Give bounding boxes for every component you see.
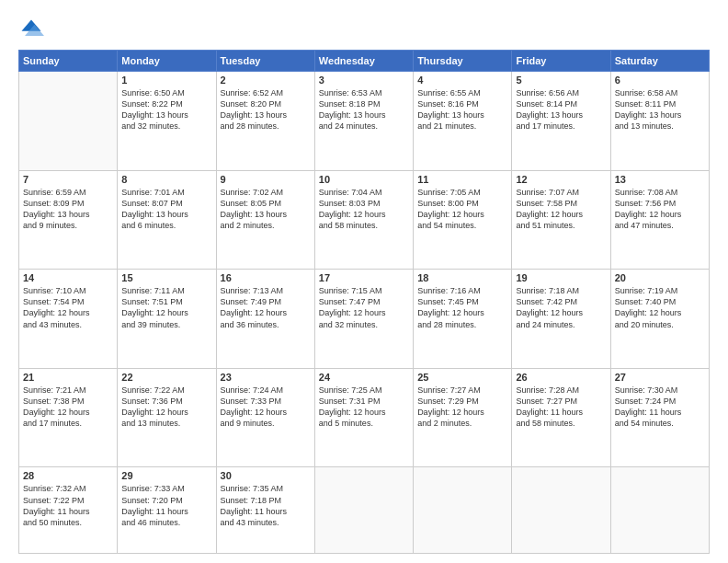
calendar-day-cell — [610, 467, 709, 554]
day-number: 16 — [221, 272, 311, 283]
calendar-day-cell: 11Sunrise: 7:05 AM Sunset: 8:00 PM Dayli… — [414, 170, 512, 270]
day-info: Sunrise: 6:53 AM Sunset: 8:18 PM Dayligh… — [319, 87, 409, 132]
day-number: 19 — [516, 272, 606, 283]
calendar-table: SundayMondayTuesdayWednesdayThursdayFrid… — [18, 50, 710, 554]
day-number: 2 — [221, 75, 311, 86]
calendar-week-row: 1Sunrise: 6:50 AM Sunset: 8:22 PM Daylig… — [19, 72, 710, 171]
day-info: Sunrise: 7:04 AM Sunset: 8:03 PM Dayligh… — [319, 187, 409, 232]
calendar-day-cell: 20Sunrise: 7:19 AM Sunset: 7:40 PM Dayli… — [610, 270, 709, 369]
day-info: Sunrise: 7:25 AM Sunset: 7:31 PM Dayligh… — [319, 385, 409, 430]
day-number: 12 — [516, 174, 606, 185]
weekday-header: Tuesday — [216, 51, 314, 72]
calendar-day-cell: 21Sunrise: 7:21 AM Sunset: 7:38 PM Dayli… — [19, 368, 118, 467]
day-info: Sunrise: 7:19 AM Sunset: 7:40 PM Dayligh… — [615, 285, 705, 330]
logo-icon — [18, 17, 44, 42]
day-number: 11 — [417, 174, 507, 185]
day-info: Sunrise: 7:27 AM Sunset: 7:29 PM Dayligh… — [417, 385, 507, 430]
day-number: 6 — [615, 75, 705, 86]
day-number: 8 — [121, 174, 211, 185]
day-info: Sunrise: 7:32 AM Sunset: 7:22 PM Dayligh… — [23, 483, 113, 528]
day-info: Sunrise: 7:24 AM Sunset: 7:33 PM Dayligh… — [221, 385, 311, 430]
logo — [18, 17, 48, 42]
calendar-day-cell: 16Sunrise: 7:13 AM Sunset: 7:49 PM Dayli… — [216, 270, 314, 369]
day-info: Sunrise: 7:08 AM Sunset: 7:56 PM Dayligh… — [615, 187, 705, 232]
page: SundayMondayTuesdayWednesdayThursdayFrid… — [0, 0, 728, 563]
calendar-day-cell: 5Sunrise: 6:56 AM Sunset: 8:14 PM Daylig… — [512, 72, 610, 171]
calendar-day-cell: 22Sunrise: 7:22 AM Sunset: 7:36 PM Dayli… — [118, 368, 216, 467]
header — [18, 17, 710, 42]
calendar-day-cell: 2Sunrise: 6:52 AM Sunset: 8:20 PM Daylig… — [216, 72, 314, 171]
day-number: 27 — [615, 372, 705, 383]
calendar-day-cell: 10Sunrise: 7:04 AM Sunset: 8:03 PM Dayli… — [314, 170, 413, 270]
day-info: Sunrise: 6:58 AM Sunset: 8:11 PM Dayligh… — [615, 87, 705, 132]
calendar-day-cell: 13Sunrise: 7:08 AM Sunset: 7:56 PM Dayli… — [610, 170, 709, 270]
day-number: 10 — [319, 174, 409, 185]
weekday-header: Monday — [118, 51, 216, 72]
calendar-day-cell: 23Sunrise: 7:24 AM Sunset: 7:33 PM Dayli… — [216, 368, 314, 467]
day-number: 20 — [615, 272, 705, 283]
day-number: 14 — [23, 272, 113, 283]
calendar-day-cell: 30Sunrise: 7:35 AM Sunset: 7:18 PM Dayli… — [216, 467, 314, 554]
calendar-day-cell — [19, 72, 118, 171]
day-info: Sunrise: 7:05 AM Sunset: 8:00 PM Dayligh… — [417, 187, 507, 232]
calendar-day-cell: 29Sunrise: 7:33 AM Sunset: 7:20 PM Dayli… — [118, 467, 216, 554]
calendar-day-cell: 26Sunrise: 7:28 AM Sunset: 7:27 PM Dayli… — [512, 368, 610, 467]
weekday-header: Sunday — [19, 51, 118, 72]
day-info: Sunrise: 7:16 AM Sunset: 7:45 PM Dayligh… — [417, 285, 507, 330]
calendar-week-row: 14Sunrise: 7:10 AM Sunset: 7:54 PM Dayli… — [19, 270, 710, 369]
calendar-day-cell: 6Sunrise: 6:58 AM Sunset: 8:11 PM Daylig… — [610, 72, 709, 171]
day-info: Sunrise: 7:21 AM Sunset: 7:38 PM Dayligh… — [23, 385, 113, 430]
day-number: 3 — [319, 75, 409, 86]
day-number: 18 — [417, 272, 507, 283]
weekday-header: Thursday — [414, 51, 512, 72]
calendar-day-cell: 12Sunrise: 7:07 AM Sunset: 7:58 PM Dayli… — [512, 170, 610, 270]
day-number: 13 — [615, 174, 705, 185]
calendar-day-cell: 7Sunrise: 6:59 AM Sunset: 8:09 PM Daylig… — [19, 170, 118, 270]
weekday-header: Friday — [512, 51, 610, 72]
calendar-header-row: SundayMondayTuesdayWednesdayThursdayFrid… — [19, 51, 710, 72]
calendar-day-cell: 28Sunrise: 7:32 AM Sunset: 7:22 PM Dayli… — [19, 467, 118, 554]
calendar-day-cell: 1Sunrise: 6:50 AM Sunset: 8:22 PM Daylig… — [118, 72, 216, 171]
calendar-day-cell: 27Sunrise: 7:30 AM Sunset: 7:24 PM Dayli… — [610, 368, 709, 467]
day-number: 29 — [121, 470, 211, 481]
weekday-header: Wednesday — [314, 51, 413, 72]
day-info: Sunrise: 7:01 AM Sunset: 8:07 PM Dayligh… — [121, 187, 211, 232]
day-number: 26 — [516, 372, 606, 383]
day-info: Sunrise: 7:33 AM Sunset: 7:20 PM Dayligh… — [121, 483, 211, 528]
day-number: 7 — [23, 174, 113, 185]
day-info: Sunrise: 7:22 AM Sunset: 7:36 PM Dayligh… — [121, 385, 211, 430]
day-number: 15 — [121, 272, 211, 283]
calendar-day-cell: 4Sunrise: 6:55 AM Sunset: 8:16 PM Daylig… — [414, 72, 512, 171]
day-info: Sunrise: 7:11 AM Sunset: 7:51 PM Dayligh… — [121, 285, 211, 330]
day-number: 30 — [221, 470, 311, 481]
calendar-week-row: 21Sunrise: 7:21 AM Sunset: 7:38 PM Dayli… — [19, 368, 710, 467]
day-info: Sunrise: 6:55 AM Sunset: 8:16 PM Dayligh… — [417, 87, 507, 132]
day-number: 25 — [417, 372, 507, 383]
day-number: 23 — [221, 372, 311, 383]
day-info: Sunrise: 6:56 AM Sunset: 8:14 PM Dayligh… — [516, 87, 606, 132]
calendar-day-cell: 25Sunrise: 7:27 AM Sunset: 7:29 PM Dayli… — [414, 368, 512, 467]
day-number: 17 — [319, 272, 409, 283]
day-number: 5 — [516, 75, 606, 86]
day-number: 1 — [121, 75, 211, 86]
calendar-week-row: 28Sunrise: 7:32 AM Sunset: 7:22 PM Dayli… — [19, 467, 710, 554]
calendar-day-cell: 9Sunrise: 7:02 AM Sunset: 8:05 PM Daylig… — [216, 170, 314, 270]
day-info: Sunrise: 7:35 AM Sunset: 7:18 PM Dayligh… — [221, 483, 311, 528]
day-number: 4 — [417, 75, 507, 86]
calendar-day-cell: 3Sunrise: 6:53 AM Sunset: 8:18 PM Daylig… — [314, 72, 413, 171]
day-info: Sunrise: 6:59 AM Sunset: 8:09 PM Dayligh… — [23, 187, 113, 232]
day-info: Sunrise: 6:50 AM Sunset: 8:22 PM Dayligh… — [121, 87, 211, 132]
weekday-header: Saturday — [610, 51, 709, 72]
calendar-day-cell — [512, 467, 610, 554]
day-info: Sunrise: 7:13 AM Sunset: 7:49 PM Dayligh… — [221, 285, 311, 330]
day-info: Sunrise: 7:28 AM Sunset: 7:27 PM Dayligh… — [516, 385, 606, 430]
calendar-day-cell: 19Sunrise: 7:18 AM Sunset: 7:42 PM Dayli… — [512, 270, 610, 369]
day-info: Sunrise: 7:07 AM Sunset: 7:58 PM Dayligh… — [516, 187, 606, 232]
calendar-day-cell: 18Sunrise: 7:16 AM Sunset: 7:45 PM Dayli… — [414, 270, 512, 369]
calendar-day-cell: 17Sunrise: 7:15 AM Sunset: 7:47 PM Dayli… — [314, 270, 413, 369]
day-number: 28 — [23, 470, 113, 481]
day-number: 24 — [319, 372, 409, 383]
day-info: Sunrise: 7:02 AM Sunset: 8:05 PM Dayligh… — [221, 187, 311, 232]
day-info: Sunrise: 7:30 AM Sunset: 7:24 PM Dayligh… — [615, 385, 705, 430]
calendar-day-cell: 8Sunrise: 7:01 AM Sunset: 8:07 PM Daylig… — [118, 170, 216, 270]
